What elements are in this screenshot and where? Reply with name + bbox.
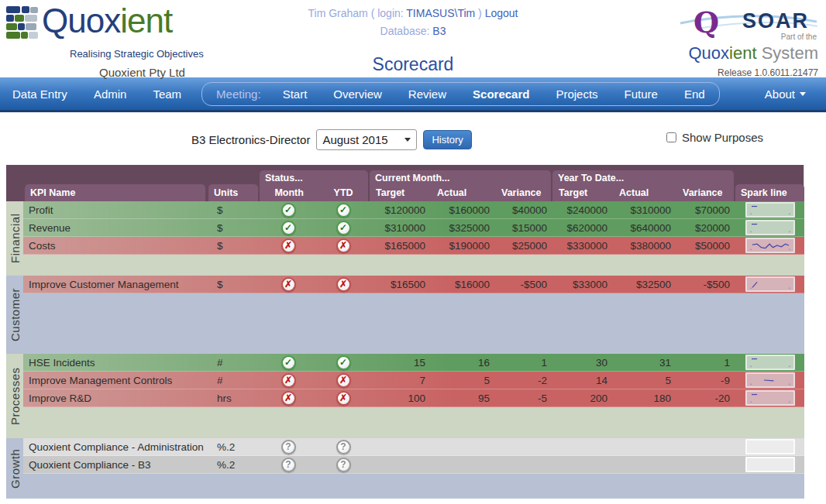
kpi-units: $ [207, 279, 260, 290]
nav-item-end[interactable]: End [684, 87, 705, 101]
cm-actual: $190000 [431, 240, 495, 252]
kpi-name: Improve Customer Management [23, 279, 207, 290]
kpi-units: %.2 [207, 441, 260, 453]
cm-variance: -2 [495, 375, 552, 386]
nav-item-future[interactable]: Future [625, 87, 658, 101]
col-cm-target: Target [370, 187, 431, 198]
ytd-target: 14 [552, 375, 613, 386]
database-value: B3 [432, 25, 446, 37]
kpi-name: Improve Management Controls [23, 375, 207, 386]
ytd-variance: $50000 [676, 240, 735, 252]
status-unknown-icon: ? [281, 440, 296, 454]
ytd-target: $33000 [552, 279, 613, 290]
scorecard-table: KPI Name Units Status... MonthYTD Curren… [6, 165, 804, 499]
ytd-variance: $20000 [676, 222, 735, 234]
cm-variance: $15000 [495, 222, 552, 234]
kpi-name: Revenue [23, 222, 207, 234]
status-fail-icon: ✗ [281, 238, 296, 253]
status-unknown-icon: ? [281, 458, 296, 472]
chevron-down-icon [800, 92, 806, 96]
kpi-units: $ [207, 240, 260, 252]
group-current-month: Current Month... [375, 173, 450, 183]
ytd-actual: 180 [613, 393, 676, 404]
ytd-actual: $640000 [613, 222, 676, 234]
sparkline [745, 220, 795, 235]
show-purposes-label: Show Purposes [682, 131, 763, 144]
cm-actual: 95 [431, 393, 495, 404]
section-label-customer: Customer [6, 276, 23, 354]
kpi-row-hse-incidents[interactable]: HSE Incidents#✓✓1516130311 [23, 354, 804, 372]
kpi-name: HSE Incidents [23, 357, 207, 369]
brand-tagline: Realising Strategic Objectives [70, 48, 204, 60]
kpi-name: Quoxient Compliance - Administration [23, 441, 207, 453]
product-block: Q SOAR Part of the Quoxient System Relea… [663, 3, 818, 78]
main-nav: Data EntryAdminTeam Meeting: StartOvervi… [0, 77, 826, 112]
kpi-row-revenue[interactable]: Revenue$✓✓$310000$325000$15000$620000$64… [23, 219, 804, 237]
section-financial: FinancialProfit$✓✓$120000$160000$40000$2… [6, 201, 804, 276]
nav-item-data-entry[interactable]: Data Entry [12, 87, 67, 101]
kpi-row-improve-r-d[interactable]: Improve R&Dhrs✗✗10095-5200180-20 [23, 389, 804, 407]
ytd-actual: $380000 [613, 240, 676, 252]
kpi-name: Costs [23, 240, 207, 252]
page-header: Quoxient Realising Strategic Objectives … [0, 0, 826, 77]
cm-actual: 16 [431, 357, 495, 369]
show-purposes-checkbox[interactable] [666, 132, 676, 142]
section-label-growth: Growth [6, 438, 23, 499]
kpi-units: hrs [207, 393, 260, 404]
status-pass-icon: ✓ [281, 203, 296, 218]
nav-item-review[interactable]: Review [408, 87, 446, 101]
company-name: Quoxient Pty Ltd [99, 66, 204, 79]
logout-link[interactable]: Logout [485, 7, 518, 19]
cm-variance: $40000 [495, 204, 552, 216]
nav-item-admin[interactable]: Admin [94, 87, 127, 101]
kpi-row-profit[interactable]: Profit$✓✓$120000$160000$40000$240000$310… [23, 201, 804, 219]
cm-target: 100 [370, 393, 431, 404]
cm-variance: -$500 [495, 279, 552, 290]
status-fail-icon: ✗ [336, 373, 351, 388]
nav-item-start[interactable]: Start [283, 87, 308, 101]
cm-variance: -5 [495, 393, 552, 404]
nav-item-scorecard[interactable]: Scorecard [473, 87, 529, 101]
qsoar-logo: Q SOAR Part of the [663, 3, 818, 39]
kpi-row-improve-management-controls[interactable]: Improve Management Controls#✗✗75-2145-9 [23, 372, 804, 389]
sparkline [745, 238, 795, 253]
status-fail-icon: ✗ [336, 277, 351, 292]
status-unknown-icon: ? [336, 458, 351, 472]
col-units: Units [214, 187, 238, 198]
cm-variance: $25000 [495, 240, 552, 252]
col-ytd-target: Target [552, 187, 613, 198]
kpi-row-quoxient-compliance-administration[interactable]: Quoxient Compliance - Administration%.2?… [23, 438, 804, 456]
page-title: Scorecard [258, 54, 568, 75]
sparkline [745, 276, 795, 292]
nav-item-about[interactable]: About [765, 87, 806, 101]
cm-target: 15 [370, 357, 431, 369]
cm-actual: $160000 [431, 204, 495, 216]
brand-name: Quoxient [42, 3, 172, 39]
col-ytd-actual: Actual [613, 187, 676, 198]
col-ytd-variance: Variance [676, 187, 734, 198]
ytd-target: $620000 [552, 222, 613, 234]
col-kpi-name: KPI Name [30, 187, 75, 198]
brand-block: Quoxient Realising Strategic Objectives … [6, 3, 204, 79]
quoxient-logo-icon [6, 6, 39, 46]
cm-actual: $325000 [431, 222, 495, 234]
nav-item-overview[interactable]: Overview [333, 87, 382, 101]
kpi-row-costs[interactable]: Costs$✗✗$165000$190000$25000$330000$3800… [23, 237, 804, 255]
nav-item-projects[interactable]: Projects [556, 87, 597, 101]
kpi-row-quoxient-compliance-b3[interactable]: Quoxient Compliance - B3%.2?? [23, 456, 804, 474]
kpi-units: # [207, 375, 260, 386]
ytd-actual: $32500 [613, 279, 676, 290]
ytd-variance: 1 [676, 357, 735, 369]
kpi-name: Quoxient Compliance - B3 [23, 459, 207, 471]
status-pass-icon: ✓ [336, 203, 351, 218]
ytd-target: 200 [552, 393, 613, 404]
nav-item-team[interactable]: Team [153, 87, 181, 101]
section-label-processes: Processes [6, 354, 23, 438]
col-month: Month [274, 187, 303, 198]
cm-variance: 1 [495, 357, 552, 369]
period-select[interactable]: August 2015 [316, 129, 417, 150]
history-button[interactable]: History [423, 130, 471, 149]
status-unknown-icon: ? [336, 440, 351, 454]
sparkline [745, 202, 795, 218]
kpi-row-improve-customer-management[interactable]: Improve Customer Management$✗✗$16500$160… [23, 276, 804, 293]
